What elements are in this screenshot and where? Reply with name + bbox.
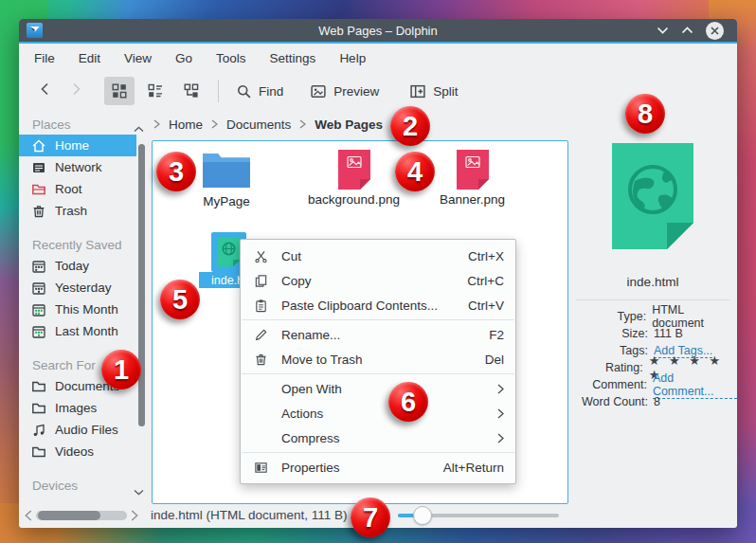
comment-label: Comment:	[568, 378, 647, 391]
annotation-badge-3: 3	[156, 152, 196, 191]
tags-label: Tags:	[568, 344, 648, 357]
scroll-left-icon[interactable]	[25, 510, 32, 521]
status-text: inde.html (HTML document, 111 B)	[151, 508, 348, 522]
chevron-up-icon[interactable]	[134, 121, 144, 136]
folder-icon	[200, 149, 253, 192]
close-button[interactable]	[706, 22, 724, 40]
submenu-chevron-icon	[497, 384, 504, 394]
preview-button[interactable]: Preview	[304, 80, 385, 103]
preview-icon	[310, 83, 327, 100]
file-mypage[interactable]: MyPage	[188, 149, 265, 208]
menu-item-actions[interactable]: Actions	[241, 401, 515, 425]
sidebar-horizontal-scrollbar[interactable]	[25, 509, 148, 522]
red-folder-icon	[31, 182, 46, 197]
zoom-slider-handle[interactable]	[413, 506, 432, 525]
sidebar-item-videos[interactable]: Videos	[19, 441, 136, 462]
titlebar[interactable]: Web Pages – Dolphin	[19, 19, 737, 42]
information-panel: inde.html Type:HTML document Size:111 B …	[568, 138, 737, 504]
sidebar-item-today[interactable]: Today	[19, 255, 136, 277]
clipboard-icon	[252, 299, 269, 313]
menu-item-copy[interactable]: Copy Ctrl+C	[241, 268, 515, 293]
zoom-slider[interactable]	[398, 514, 559, 517]
sidebar-item-home[interactable]: Home	[19, 135, 136, 156]
sidebar-item-this-month[interactable]: This Month	[19, 299, 136, 320]
breadcrumb-home[interactable]: Home	[169, 118, 203, 132]
folder-icon	[31, 444, 46, 460]
annotation-badge-8: 8	[625, 94, 665, 134]
scroll-thumb[interactable]	[38, 511, 100, 520]
add-comment-link[interactable]: Add Comment...	[653, 371, 737, 399]
chevron-down-icon[interactable]	[134, 484, 144, 498]
find-button[interactable]: Find	[230, 80, 289, 103]
calendar-icon	[31, 259, 46, 274]
tree-view-button[interactable]	[176, 77, 207, 105]
menu-separator	[242, 319, 514, 320]
details-view-button[interactable]	[140, 77, 171, 105]
scroll-track[interactable]	[36, 511, 127, 520]
html-file-icon	[217, 237, 241, 267]
menu-item-cut[interactable]: Cut Ctrl+X	[241, 244, 515, 268]
sidebar-item-audio-files[interactable]: Audio Files	[19, 419, 136, 441]
annotation-badge-5: 5	[160, 280, 200, 319]
file-label: MyPage	[203, 194, 250, 208]
maximize-button[interactable]	[681, 19, 693, 42]
word-count-label: Word Count:	[568, 395, 648, 408]
chevron-right-icon	[153, 119, 160, 129]
menu-help[interactable]: Help	[339, 51, 366, 65]
breadcrumb: Home Documents Web Pages	[153, 110, 383, 138]
file-label: Banner.png	[440, 192, 505, 207]
sidebar-item-yesterday[interactable]: Yesterday	[19, 277, 136, 299]
type-label: Type:	[568, 310, 646, 323]
menu-item-compress[interactable]: Compress	[241, 425, 515, 450]
menu-edit[interactable]: Edit	[79, 51, 100, 65]
section-places: Places	[19, 114, 152, 135]
sidebar-scrollbar[interactable]	[138, 144, 145, 426]
sidebar-item-trash[interactable]: Trash	[19, 200, 136, 222]
icons-view-button[interactable]	[104, 77, 135, 105]
menu-go[interactable]: Go	[175, 51, 192, 65]
panel-separator	[576, 299, 729, 300]
toolbar-separator	[218, 80, 219, 102]
sidebar-item-images[interactable]: Images	[19, 397, 136, 419]
menu-item-open-with[interactable]: Open With	[241, 376, 515, 401]
annotation-badge-7: 7	[351, 498, 390, 537]
menu-view[interactable]: View	[124, 51, 152, 65]
folder-icon	[31, 379, 46, 394]
image-file-icon	[337, 149, 371, 190]
sidebar-item-network[interactable]: Network	[19, 156, 136, 178]
preview-file-name: inde.html	[568, 275, 737, 289]
back-button[interactable]	[30, 78, 61, 104]
sidebar-item-root[interactable]: Root	[19, 178, 136, 200]
menu-bar: File Edit View Go Tools Settings Help	[19, 44, 737, 72]
forward-button[interactable]	[61, 78, 91, 104]
places-panel: Places Home Network Root Trash Recently …	[19, 114, 152, 504]
folder-icon	[31, 401, 46, 416]
split-button[interactable]: Split	[404, 80, 463, 103]
menu-tools[interactable]: Tools	[216, 51, 246, 65]
menu-item-move-to-trash[interactable]: Move to Trash Del	[241, 347, 515, 371]
calendar-icon	[31, 281, 46, 296]
calendar-green-icon	[31, 302, 46, 317]
minimize-button[interactable]	[657, 19, 669, 42]
size-value: 111 B	[654, 327, 683, 340]
pencil-icon	[252, 328, 269, 342]
dolphin-window: Web Pages – Dolphin File Edit View Go To…	[19, 19, 737, 528]
sidebar-item-last-month[interactable]: Last Month	[19, 320, 136, 342]
html-file-preview-icon	[611, 142, 694, 250]
trash-icon	[252, 353, 269, 367]
scroll-right-icon[interactable]	[131, 510, 138, 521]
network-icon	[31, 160, 46, 175]
calendar-green-icon	[31, 324, 46, 339]
menu-item-properties[interactable]: Properties Alt+Return	[241, 455, 515, 480]
home-icon	[31, 138, 46, 154]
menu-file[interactable]: File	[34, 51, 55, 65]
menu-item-rename[interactable]: Rename... F2	[241, 322, 515, 347]
breadcrumb-documents[interactable]: Documents	[226, 118, 291, 132]
size-label: Size:	[568, 327, 648, 340]
annotation-badge-4: 4	[395, 152, 435, 191]
context-menu: Cut Ctrl+X Copy Ctrl+C Paste Clipboard C…	[240, 239, 516, 484]
menu-item-paste[interactable]: Paste Clipboard Contents... Ctrl+V	[241, 293, 515, 317]
breadcrumb-web-pages[interactable]: Web Pages	[315, 118, 383, 132]
menu-settings[interactable]: Settings	[270, 51, 316, 65]
scissors-icon	[252, 249, 269, 263]
